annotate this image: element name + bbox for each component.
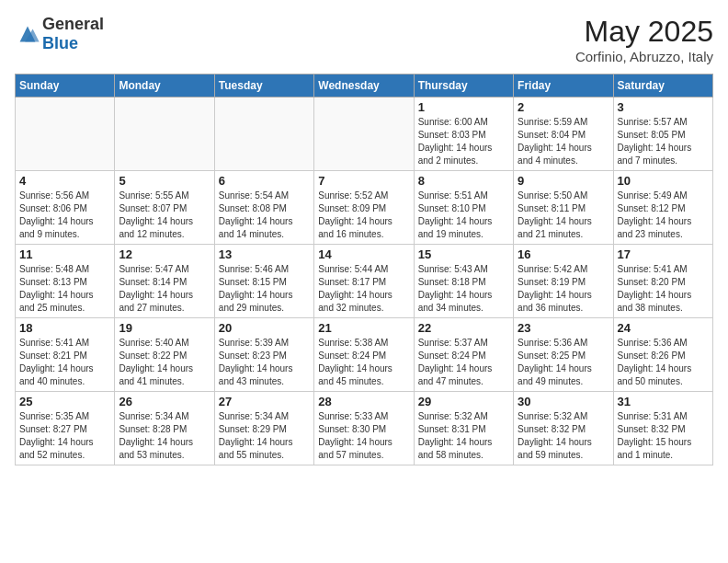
calendar-cell: 13Sunrise: 5:46 AM Sunset: 8:15 PM Dayli…: [214, 245, 313, 318]
calendar-cell: 14Sunrise: 5:44 AM Sunset: 8:17 PM Dayli…: [314, 245, 414, 318]
day-number: 20: [219, 321, 310, 335]
day-number: 23: [518, 321, 609, 335]
day-info: Sunrise: 5:35 AM Sunset: 8:27 PM Dayligh…: [19, 410, 110, 462]
calendar-cell: [16, 98, 115, 171]
calendar-cell: 25Sunrise: 5:35 AM Sunset: 8:27 PM Dayli…: [16, 392, 115, 465]
day-info: Sunrise: 5:42 AM Sunset: 8:19 PM Dayligh…: [518, 263, 609, 315]
calendar: SundayMondayTuesdayWednesdayThursdayFrid…: [15, 74, 713, 465]
day-info: Sunrise: 5:32 AM Sunset: 8:32 PM Dayligh…: [518, 410, 609, 462]
day-info: Sunrise: 5:41 AM Sunset: 8:21 PM Dayligh…: [19, 337, 110, 388]
day-info: Sunrise: 5:38 AM Sunset: 8:24 PM Dayligh…: [318, 337, 409, 388]
day-info: Sunrise: 5:51 AM Sunset: 8:10 PM Dayligh…: [418, 190, 509, 241]
day-info: Sunrise: 5:46 AM Sunset: 8:15 PM Dayligh…: [219, 263, 310, 315]
calendar-cell: 6Sunrise: 5:54 AM Sunset: 8:08 PM Daylig…: [214, 171, 313, 245]
weekday-header-friday: Friday: [514, 75, 613, 98]
calendar-cell: 19Sunrise: 5:40 AM Sunset: 8:22 PM Dayli…: [115, 318, 214, 392]
day-info: Sunrise: 5:50 AM Sunset: 8:11 PM Dayligh…: [518, 190, 609, 241]
calendar-cell: [214, 98, 313, 171]
day-number: 10: [618, 174, 709, 188]
day-number: 25: [19, 395, 110, 408]
day-info: Sunrise: 5:31 AM Sunset: 8:32 PM Dayligh…: [618, 410, 709, 462]
day-info: Sunrise: 5:32 AM Sunset: 8:31 PM Dayligh…: [418, 410, 509, 462]
day-number: 21: [318, 321, 409, 335]
weekday-header-monday: Monday: [115, 75, 214, 98]
calendar-cell: 20Sunrise: 5:39 AM Sunset: 8:23 PM Dayli…: [214, 318, 313, 392]
day-info: Sunrise: 5:36 AM Sunset: 8:26 PM Dayligh…: [618, 337, 709, 388]
day-number: 26: [119, 395, 210, 408]
calendar-cell: 7Sunrise: 5:52 AM Sunset: 8:09 PM Daylig…: [314, 171, 414, 245]
calendar-cell: 3Sunrise: 5:57 AM Sunset: 8:05 PM Daylig…: [613, 98, 712, 171]
day-number: 9: [518, 174, 609, 188]
day-number: 14: [318, 247, 409, 261]
day-info: Sunrise: 5:59 AM Sunset: 8:04 PM Dayligh…: [518, 116, 609, 167]
day-info: Sunrise: 5:56 AM Sunset: 8:06 PM Dayligh…: [19, 190, 110, 241]
weekday-header-tuesday: Tuesday: [214, 75, 313, 98]
day-number: 12: [119, 247, 210, 261]
calendar-cell: 18Sunrise: 5:41 AM Sunset: 8:21 PM Dayli…: [16, 318, 115, 392]
calendar-week-5: 25Sunrise: 5:35 AM Sunset: 8:27 PM Dayli…: [16, 392, 713, 465]
day-number: 4: [19, 174, 110, 188]
day-info: Sunrise: 5:43 AM Sunset: 8:18 PM Dayligh…: [418, 263, 509, 315]
day-number: 27: [219, 395, 310, 408]
day-number: 19: [119, 321, 210, 335]
day-info: Sunrise: 5:36 AM Sunset: 8:25 PM Dayligh…: [518, 337, 609, 388]
day-info: Sunrise: 5:47 AM Sunset: 8:14 PM Dayligh…: [119, 263, 210, 315]
calendar-cell: 4Sunrise: 5:56 AM Sunset: 8:06 PM Daylig…: [16, 171, 115, 245]
calendar-cell: 23Sunrise: 5:36 AM Sunset: 8:25 PM Dayli…: [514, 318, 613, 392]
day-number: 3: [618, 100, 709, 114]
day-number: 2: [518, 100, 609, 114]
day-info: Sunrise: 6:00 AM Sunset: 8:03 PM Dayligh…: [418, 116, 509, 167]
title-area: May 2025 Corfinio, Abruzzo, Italy: [575, 15, 713, 64]
day-info: Sunrise: 5:44 AM Sunset: 8:17 PM Dayligh…: [318, 263, 409, 315]
calendar-cell: 31Sunrise: 5:31 AM Sunset: 8:32 PM Dayli…: [613, 392, 712, 465]
day-number: 15: [418, 247, 509, 261]
weekday-header-saturday: Saturday: [613, 75, 712, 98]
calendar-week-3: 11Sunrise: 5:48 AM Sunset: 8:13 PM Dayli…: [16, 245, 713, 318]
calendar-week-1: 1Sunrise: 6:00 AM Sunset: 8:03 PM Daylig…: [16, 98, 713, 171]
day-number: 22: [418, 321, 509, 335]
calendar-week-4: 18Sunrise: 5:41 AM Sunset: 8:21 PM Dayli…: [16, 318, 713, 392]
day-info: Sunrise: 5:39 AM Sunset: 8:23 PM Dayligh…: [219, 337, 310, 388]
day-info: Sunrise: 5:41 AM Sunset: 8:20 PM Dayligh…: [618, 263, 709, 315]
day-info: Sunrise: 5:57 AM Sunset: 8:05 PM Dayligh…: [618, 116, 709, 167]
day-number: 31: [618, 395, 709, 408]
day-number: 17: [618, 247, 709, 261]
calendar-cell: 8Sunrise: 5:51 AM Sunset: 8:10 PM Daylig…: [414, 171, 513, 245]
day-number: 18: [19, 321, 110, 335]
day-info: Sunrise: 5:55 AM Sunset: 8:07 PM Dayligh…: [119, 190, 210, 241]
calendar-cell: 11Sunrise: 5:48 AM Sunset: 8:13 PM Dayli…: [16, 245, 115, 318]
calendar-cell: 12Sunrise: 5:47 AM Sunset: 8:14 PM Dayli…: [115, 245, 214, 318]
month-title: May 2025: [575, 15, 713, 49]
header: General Blue May 2025 Corfinio, Abruzzo,…: [15, 15, 713, 64]
day-number: 16: [518, 247, 609, 261]
calendar-cell: [115, 98, 214, 171]
calendar-cell: 29Sunrise: 5:32 AM Sunset: 8:31 PM Dayli…: [414, 392, 513, 465]
day-number: 7: [318, 174, 409, 188]
day-info: Sunrise: 5:48 AM Sunset: 8:13 PM Dayligh…: [19, 263, 110, 315]
day-number: 6: [219, 174, 310, 188]
calendar-cell: 16Sunrise: 5:42 AM Sunset: 8:19 PM Dayli…: [514, 245, 613, 318]
logo-blue-text: Blue: [42, 34, 78, 52]
day-info: Sunrise: 5:40 AM Sunset: 8:22 PM Dayligh…: [119, 337, 210, 388]
day-info: Sunrise: 5:34 AM Sunset: 8:29 PM Dayligh…: [219, 410, 310, 462]
day-info: Sunrise: 5:54 AM Sunset: 8:08 PM Dayligh…: [219, 190, 310, 241]
calendar-cell: 2Sunrise: 5:59 AM Sunset: 8:04 PM Daylig…: [514, 98, 613, 171]
day-info: Sunrise: 5:33 AM Sunset: 8:30 PM Dayligh…: [318, 410, 409, 462]
day-number: 24: [618, 321, 709, 335]
day-info: Sunrise: 5:34 AM Sunset: 8:28 PM Dayligh…: [119, 410, 210, 462]
calendar-cell: 9Sunrise: 5:50 AM Sunset: 8:11 PM Daylig…: [514, 171, 613, 245]
calendar-cell: 26Sunrise: 5:34 AM Sunset: 8:28 PM Dayli…: [115, 392, 214, 465]
calendar-cell: 1Sunrise: 6:00 AM Sunset: 8:03 PM Daylig…: [414, 98, 513, 171]
day-info: Sunrise: 5:37 AM Sunset: 8:24 PM Dayligh…: [418, 337, 509, 388]
calendar-cell: [314, 98, 414, 171]
weekday-header-wednesday: Wednesday: [314, 75, 414, 98]
day-number: 1: [418, 100, 509, 114]
calendar-cell: 15Sunrise: 5:43 AM Sunset: 8:18 PM Dayli…: [414, 245, 513, 318]
calendar-week-2: 4Sunrise: 5:56 AM Sunset: 8:06 PM Daylig…: [16, 171, 713, 245]
calendar-cell: 28Sunrise: 5:33 AM Sunset: 8:30 PM Dayli…: [314, 392, 414, 465]
location-title: Corfinio, Abruzzo, Italy: [575, 49, 713, 64]
day-number: 11: [19, 247, 110, 261]
logo: General Blue: [15, 15, 104, 53]
day-number: 5: [119, 174, 210, 188]
calendar-cell: 30Sunrise: 5:32 AM Sunset: 8:32 PM Dayli…: [514, 392, 613, 465]
